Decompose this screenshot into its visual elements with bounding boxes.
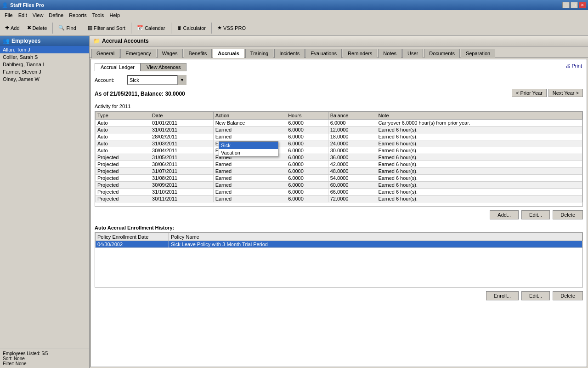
ledger-cell-hours-11: 6.0000 [286, 196, 328, 202]
add-entry-button[interactable]: Add... [490, 210, 519, 219]
ledger-row-5[interactable]: Projected31/05/2011Earned6.000036.0000Ea… [96, 154, 582, 161]
enrollment-row-0[interactable]: 04/30/2002Sick Leave Policy with 3-Month… [96, 241, 582, 248]
menu-edit[interactable]: Edit [16, 12, 30, 19]
ledger-row-2[interactable]: Auto28/02/2011Earned6.000018.0000Earned … [96, 133, 582, 140]
employee-item-0[interactable]: Allan, Tom J [0, 46, 89, 53]
tab-general[interactable]: General [91, 49, 119, 58]
close-button[interactable]: ✕ [579, 2, 586, 8]
account-dropdown[interactable]: Sick Vacation [219, 141, 278, 157]
enrollment-table: Policy Enrollment Date Policy Name 04/30… [95, 233, 582, 248]
tab-reminders[interactable]: Reminders [343, 49, 377, 58]
tab-incidents[interactable]: Incidents [274, 49, 305, 58]
ledger-row-9[interactable]: Projected30/09/2011Earned6.000060.0000Ea… [96, 182, 582, 189]
enroll-col-policy: Policy Name [169, 233, 582, 241]
filter-status: Filter: None [3, 361, 86, 366]
tab-user[interactable]: User [402, 49, 423, 58]
ledger-cell-balance-7: 48.0000 [328, 168, 376, 175]
calendar-button[interactable]: 📅 Calendar [134, 23, 169, 32]
tab-documents[interactable]: Documents [424, 49, 460, 58]
edit-entry-button[interactable]: Edit... [521, 210, 550, 219]
ledger-cell-balance-8: 54.0000 [328, 175, 376, 182]
employee-item-2[interactable]: Dahlberg, Tianna L [0, 61, 89, 68]
enroll-button[interactable]: Enroll... [486, 291, 519, 300]
content-header: 📁 Accrual Accounts [90, 36, 588, 46]
calendar-icon: 📅 [137, 25, 143, 31]
ledger-cell-balance-11: 72.0000 [328, 196, 376, 202]
print-link[interactable]: 🖨 Print [565, 63, 582, 69]
tab-notes[interactable]: Notes [378, 49, 401, 58]
sub-tab-absences[interactable]: View Absences [141, 63, 187, 71]
ledger-cell-balance-4: 30.0000 [328, 147, 376, 154]
year-nav: < Prior Year Next Year > [512, 89, 583, 97]
select-arrow[interactable]: ▼ [177, 75, 187, 85]
ledger-cell-note-8: Earned 6 hour(s). [376, 175, 582, 182]
employee-item-3[interactable]: Farmer, Steven J [0, 68, 89, 75]
ledger-cell-type-4: Auto [96, 147, 150, 154]
ledger-cell-action-7: Earned [213, 168, 286, 175]
ledger-cell-hours-3: 6.0000 [286, 140, 328, 147]
add-button[interactable]: ✚ Add [2, 23, 23, 32]
prior-year-button[interactable]: < Prior Year [512, 89, 547, 97]
ledger-row-4[interactable]: Auto30/04/2011Earned6.000030.0000Earned … [96, 147, 582, 154]
menu-tools[interactable]: Tools [90, 12, 107, 19]
ledger-cell-note-9: Earned 6 hour(s). [376, 182, 582, 189]
menu-file[interactable]: File [2, 12, 16, 19]
ledger-row-8[interactable]: Projected31/08/2011Earned6.000054.0000Ea… [96, 175, 582, 182]
ledger-row-10[interactable]: Projected31/10/2011Earned6.000066.0000Ea… [96, 189, 582, 196]
employee-list: Allan, Tom J Collier, Sarah S Dahlberg, … [0, 46, 89, 349]
ledger-cell-hours-5: 6.0000 [286, 154, 328, 161]
find-button[interactable]: 🔍 Find [55, 23, 79, 32]
ledger-cell-date-5: 31/05/2011 [150, 154, 214, 161]
tab-training[interactable]: Training [245, 49, 273, 58]
tab-evaluations[interactable]: Evaluations [305, 49, 342, 58]
tab-emergency[interactable]: Emergency [120, 49, 156, 58]
ledger-cell-balance-2: 18.0000 [328, 133, 376, 140]
ledger-cell-hours-8: 6.0000 [286, 175, 328, 182]
ledger-row-1[interactable]: Auto31/01/2011Earned6.000012.0000Earned … [96, 126, 582, 133]
employee-item-4[interactable]: Olney, James W [0, 75, 89, 83]
sidebar-header: 👥 Employees [0, 36, 89, 46]
ledger-cell-balance-0: 6.0000 [328, 120, 376, 126]
ledger-cell-hours-2: 6.0000 [286, 133, 328, 140]
ledger-cell-balance-1: 12.0000 [328, 126, 376, 133]
sub-tab-ledger[interactable]: Accrual Ledger [95, 63, 141, 71]
ledger-cell-note-10: Earned 6 hour(s). [376, 189, 582, 196]
menu-reports[interactable]: Reports [66, 12, 90, 19]
dropdown-item-sick[interactable]: Sick [219, 142, 278, 149]
delete-entry-button[interactable]: Delete [553, 210, 583, 219]
filter-sort-button[interactable]: ▦ Filter and Sort [85, 23, 129, 32]
next-year-button[interactable]: Next Year > [548, 89, 583, 97]
ledger-cell-action-9: Earned [213, 182, 286, 189]
title-bar-controls[interactable]: _ □ ✕ [562, 2, 586, 8]
title-bar: 👤 Staff Files Pro _ □ ✕ [0, 0, 588, 10]
ledger-row-0[interactable]: Auto01/01/2011New Balance6.00006.0000Car… [96, 120, 582, 126]
menu-view[interactable]: View [30, 12, 46, 19]
menu-define[interactable]: Define [46, 12, 66, 19]
delete-enroll-button[interactable]: Delete [553, 291, 583, 300]
ledger-table-wrapper: Type Date Action Hours Balance Note Auto… [95, 111, 583, 207]
ledger-cell-date-10: 31/10/2011 [150, 189, 214, 196]
tab-separation[interactable]: Separation [461, 49, 495, 58]
ledger-cell-note-11: Earned 6 hour(s). [376, 196, 582, 202]
minimize-button[interactable]: _ [562, 2, 570, 8]
dropdown-item-vacation[interactable]: Vacation [219, 149, 278, 156]
ledger-row-3[interactable]: Auto31/03/2011Earned6.000024.0000Earned … [96, 140, 582, 147]
ledger-cell-hours-9: 6.0000 [286, 182, 328, 189]
ledger-row-11[interactable]: Projected30/11/2011Earned6.000072.0000Ea… [96, 196, 582, 202]
edit-enroll-button[interactable]: Edit... [521, 291, 550, 300]
vss-pro-button[interactable]: ★ VSS PRO [214, 23, 249, 32]
tab-accruals[interactable]: Accruals [213, 49, 244, 58]
menu-help[interactable]: Help [107, 12, 123, 19]
enrollment-cell-policy-0: Sick Leave Policy with 3-Month Trial Per… [169, 241, 582, 248]
delete-button[interactable]: ✖ Delete [24, 23, 51, 32]
maximize-button[interactable]: □ [571, 2, 578, 8]
employee-item-1[interactable]: Collier, Sarah S [0, 53, 89, 61]
calculator-button[interactable]: 🖩 Calculator [174, 24, 209, 32]
ledger-cell-action-0: New Balance [213, 120, 286, 126]
ledger-cell-hours-7: 6.0000 [286, 168, 328, 175]
tab-wages[interactable]: Wages [157, 49, 183, 58]
ledger-row-6[interactable]: Projected30/06/2011Earned6.000042.0000Ea… [96, 161, 582, 168]
ledger-row-7[interactable]: Projected31/07/2011Earned6.000048.0000Ea… [96, 168, 582, 175]
tab-benefits[interactable]: Benefits [184, 49, 212, 58]
ledger-cell-date-7: 31/07/2011 [150, 168, 214, 175]
